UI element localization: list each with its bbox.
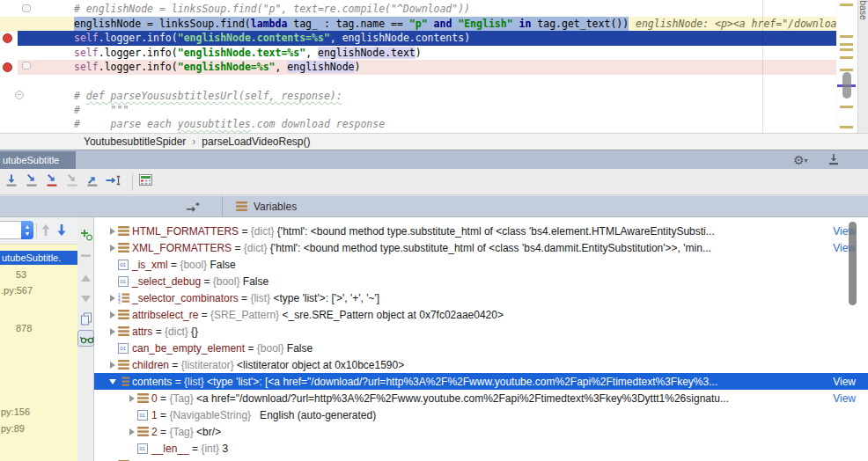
variable-row[interactable]: descendants = {generator} <generator obj… xyxy=(94,457,868,461)
database-toolwindow-button[interactable]: Database xyxy=(858,0,868,20)
code-line[interactable]: # parse each yousubtitles.com download r… xyxy=(0,117,836,132)
move-watch-up-icon[interactable] xyxy=(80,272,92,283)
step-out-icon[interactable] xyxy=(85,173,102,191)
error-stripe[interactable] xyxy=(836,0,857,133)
stack-frame-row[interactable]: .py:567 xyxy=(1,283,33,297)
code-line[interactable]: # """ xyxy=(0,103,836,118)
evaluate-expression-icon[interactable] xyxy=(138,173,156,191)
fold-marker-icon[interactable] xyxy=(22,62,31,70)
code-editor[interactable]: # englishNode = linksSoup.find("p", text… xyxy=(0,0,868,133)
collapse-arrow-icon[interactable] xyxy=(107,379,118,384)
variables-scrollbar-thumb[interactable] xyxy=(849,222,857,305)
stack-frame-row[interactable]: 53 xyxy=(16,267,26,282)
hide-frames-arrow-icon[interactable]: →* xyxy=(186,200,203,214)
code-line[interactable]: # englishNode = linksSoup.find("p", text… xyxy=(0,2,836,17)
move-watch-down-icon[interactable] xyxy=(80,291,92,303)
variable-row[interactable]: 01__len__ = {int} 3 xyxy=(94,440,868,457)
breakpoint-icon[interactable] xyxy=(3,62,12,72)
warning-stripe-mark[interactable] xyxy=(840,106,853,108)
duplicate-watch-icon[interactable] xyxy=(80,312,92,326)
variable-row[interactable]: 123contents = {list} <type 'list'>: [<a … xyxy=(94,373,868,390)
next-frame-icon[interactable] xyxy=(55,223,68,238)
variable-type: {dict} xyxy=(165,326,191,338)
fold-marker-icon[interactable]: − xyxy=(15,91,24,99)
svg-text:3: 3 xyxy=(118,384,121,387)
variable-name: 0 xyxy=(151,392,158,405)
code-text: # parse each yousubtitles.com download r… xyxy=(74,117,385,132)
variable-row[interactable]: HTML_FORMATTERS = {dict} {'html': <bound… xyxy=(94,223,868,239)
equals-sign: = xyxy=(169,359,181,371)
variable-row[interactable]: 011 = {NavigableString} English (auto-ge… xyxy=(94,406,868,423)
code-line[interactable]: self.logger.info("englishNode.text=%s", … xyxy=(0,46,836,61)
hide-toolwindow-icon[interactable] xyxy=(828,153,842,167)
variable-row[interactable]: attribselect_re = {SRE_Pattern} <_sre.SR… xyxy=(94,306,868,323)
expand-arrow-icon[interactable] xyxy=(127,395,137,402)
expand-arrow-icon[interactable] xyxy=(107,228,118,235)
expand-arrow-icon[interactable] xyxy=(127,428,137,435)
breakpoint-icon[interactable] xyxy=(3,33,12,43)
code-line[interactable]: englishNode = linksSoup.find(lambda tag_… xyxy=(0,17,836,32)
code-text: self.logger.info("englishNode.contents=%… xyxy=(74,31,470,46)
breadcrumb-method[interactable]: parseLoadVideoResp() xyxy=(202,135,310,148)
object-variable-icon xyxy=(118,310,132,319)
previous-frame-icon[interactable] xyxy=(40,223,52,238)
variable-row[interactable]: children = {listiterator} <listiterator … xyxy=(94,356,868,373)
expand-arrow-icon[interactable] xyxy=(107,245,118,252)
breadcrumb-class[interactable]: YoutubesubtitleSpider xyxy=(84,135,186,148)
warning-stripe-mark[interactable] xyxy=(840,69,853,71)
stack-frame-row[interactable]: py:156 xyxy=(1,405,30,419)
code-line[interactable]: # def parseYoususbtitlesUrl(self, respon… xyxy=(0,89,836,104)
variable-row[interactable]: 01_select_debug = {bool} False xyxy=(94,273,868,289)
step-into-icon[interactable] xyxy=(24,173,41,191)
thread-combobox-stepper[interactable]: ▲▼ xyxy=(21,221,33,239)
view-link[interactable]: View xyxy=(828,376,856,388)
stack-frame-row[interactable]: py:89 xyxy=(1,421,25,435)
run-to-cursor-icon[interactable] xyxy=(105,173,122,191)
variable-row[interactable]: attrs = {dict} {} xyxy=(94,323,868,340)
stack-frame-row[interactable]: 878 xyxy=(16,321,32,335)
arrow-glyph xyxy=(110,245,115,252)
variable-row[interactable]: 0 = {Tag} <a href="/download/?url=http%3… xyxy=(94,390,868,406)
equals-sign: = xyxy=(152,326,165,338)
remove-watch-icon[interactable] xyxy=(80,250,92,261)
variable-row[interactable]: 2 = {Tag} <br/> xyxy=(94,423,868,440)
warning-stripe-mark[interactable] xyxy=(840,126,853,128)
expand-arrow-icon[interactable] xyxy=(107,295,118,302)
step-over-icon[interactable] xyxy=(4,173,21,191)
code-line[interactable]: self.logger.info("englishNode.contents=%… xyxy=(0,31,836,46)
frames-list[interactable]: utubeSubtitle.53.py:567878py:156py:89 xyxy=(0,244,77,461)
code-line[interactable]: self.logger.info("englishNode=%s", engli… xyxy=(0,60,836,75)
expand-arrow-icon[interactable] xyxy=(107,362,118,369)
editor-scrollbar-thumb[interactable] xyxy=(842,72,851,99)
warning-stripe-mark[interactable] xyxy=(840,48,853,51)
right-margin-guide xyxy=(762,0,763,133)
view-link[interactable]: View xyxy=(828,392,856,405)
variable-value: False xyxy=(287,342,313,355)
warning-stripe-mark[interactable] xyxy=(840,4,853,6)
force-step-into-icon[interactable] xyxy=(44,173,62,191)
add-watch-icon[interactable] xyxy=(80,229,92,240)
object-variable-icon xyxy=(137,427,151,436)
variable-row[interactable]: XML_FORMATTERS = {dict} {'html': <bound … xyxy=(94,239,868,256)
show-watches-icon[interactable] xyxy=(77,330,94,347)
thread-combobox[interactable] xyxy=(0,221,23,239)
warning-stripe-mark[interactable] xyxy=(840,35,853,38)
smart-step-into-icon[interactable] xyxy=(64,173,82,191)
variable-name: children xyxy=(132,359,169,371)
variable-row[interactable]: 01can_be_empty_element = {bool} False xyxy=(94,340,868,356)
warning-stripe-mark[interactable] xyxy=(840,43,853,46)
stack-frame-row[interactable]: utubeSubtitle. xyxy=(0,251,79,265)
debug-session-tab[interactable]: utubeSubtitle xyxy=(0,151,76,170)
settings-gear-icon[interactable]: ⚙▾ xyxy=(793,152,818,168)
expand-arrow-icon[interactable] xyxy=(107,328,118,335)
expand-arrow-icon[interactable] xyxy=(107,311,118,318)
variables-tree[interactable]: HTML_FORMATTERS = {dict} {'html': <bound… xyxy=(94,217,868,461)
warning-stripe-mark[interactable] xyxy=(840,56,853,59)
debug-panel-headers: →* Variables xyxy=(0,195,868,217)
variable-row[interactable]: 123_selector_combinators = {list} <type … xyxy=(94,289,868,306)
combo-separator xyxy=(36,223,37,238)
variable-row[interactable]: 01_is_xml = {bool} False xyxy=(94,256,868,273)
variable-value: <type 'list'>: [<a href="/download/?url=… xyxy=(207,376,717,388)
svg-text:01: 01 xyxy=(120,279,126,284)
fold-marker-icon[interactable] xyxy=(22,4,31,12)
